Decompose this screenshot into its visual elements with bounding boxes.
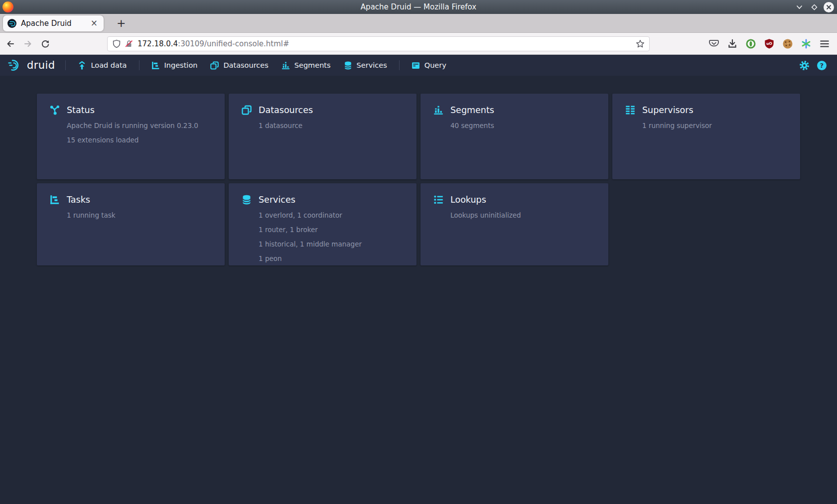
card-line: Apache Druid is running version 0.23.0 [67,122,212,129]
svg-text:uO: uO [766,41,772,46]
nav-item-load-data[interactable]: Load data [71,55,133,76]
settings-gear-icon[interactable] [799,60,810,71]
druid-logo[interactable]: druid [8,59,55,72]
card-line: 1 router, 1 broker [259,226,404,234]
nav-label: Datasources [223,61,268,69]
card-title: Status [67,105,95,115]
url-text: 172.18.0.4:30109/unified-console.html# [138,39,289,48]
tab-title: Apache Druid [21,19,89,28]
nav-item-query[interactable]: Query [405,55,453,76]
upload-icon [78,61,86,70]
properties-icon [433,195,443,205]
card-status[interactable]: Status Apache Druid is running version 0… [37,94,225,179]
card-title: Tasks [67,195,90,205]
nav-label: Services [357,61,387,69]
card-title: Services [259,195,295,205]
nav-label: Load data [91,61,127,69]
window-titlebar: Apache Druid — Mozilla Firefox [0,0,837,14]
url-bar[interactable]: 172.18.0.4:30109/unified-console.html# [107,36,650,51]
druid-favicon-icon [7,19,16,28]
minimize-icon[interactable] [794,1,805,12]
card-line: 1 running supervisor [642,122,787,129]
insecure-lock-icon[interactable] [125,39,134,48]
bar-chart-icon [281,61,290,70]
pocket-icon[interactable] [708,38,719,49]
navbar-divider [399,60,400,70]
maximize-icon[interactable] [809,1,820,12]
window-title: Apache Druid — Mozilla Firefox [361,2,476,11]
status-cards-grid: Status Apache Druid is running version 0… [0,76,837,283]
database-icon [242,195,252,205]
url-path: :30109/unified-console.html# [178,39,289,48]
browser-toolbar: 172.18.0.4:30109/unified-console.html# u… [0,33,837,55]
extension-green-icon[interactable] [745,38,756,49]
card-line: 1 peon [259,254,404,262]
druid-navbar: druid Load data Ingestion Datasources Se [0,55,837,76]
card-title: Lookups [450,195,486,205]
card-line: 1 historical, 1 middle manager [259,240,404,248]
asterisk-extension-icon[interactable] [801,38,812,49]
druid-wordmark: druid [27,59,55,71]
list-columns-icon [625,105,635,115]
card-line: Lookups uninitialized [450,211,595,219]
new-tab-button[interactable]: + [113,17,130,30]
druid-swirl-icon [8,59,23,72]
downloads-icon[interactable] [727,38,738,49]
tracking-shield-icon[interactable] [112,39,121,48]
forward-icon[interactable] [22,38,33,49]
graph-icon [50,105,60,115]
nav-label: Ingestion [164,61,198,69]
help-icon[interactable]: ? [817,60,827,71]
card-services[interactable]: Services 1 overlord, 1 coordinator 1 rou… [229,183,417,265]
navbar-divider [139,60,140,70]
card-line: 1 overlord, 1 coordinator [259,211,404,219]
stack-icon [210,61,219,70]
database-icon [344,61,352,70]
back-icon[interactable] [5,38,16,49]
console-icon [412,61,420,70]
cookie-extension-icon[interactable] [782,38,793,49]
card-line: 1 running task [67,211,212,219]
card-line: 40 segments [450,122,595,129]
nav-item-ingestion[interactable]: Ingestion [145,55,204,76]
card-lookups[interactable]: Lookups Lookups uninitialized [420,183,608,265]
card-title: Datasources [259,105,313,115]
svg-text:?: ? [820,62,824,69]
console-home: Status Apache Druid is running version 0… [0,76,837,504]
nav-label: Segments [294,61,331,69]
card-title: Segments [450,105,494,115]
window-controls [794,0,834,14]
nav-label: Query [424,61,446,69]
navbar-divider [65,60,66,70]
gantt-icon [50,195,60,205]
bar-chart-icon [433,105,443,115]
hamburger-menu-icon[interactable] [819,38,830,49]
close-icon[interactable] [824,2,834,12]
card-segments[interactable]: Segments 40 segments [420,94,608,179]
bookmark-star-icon[interactable] [636,39,645,48]
url-host: 172.18.0.4 [138,39,178,48]
nav-item-services[interactable]: Services [337,55,394,76]
tab-apache-druid[interactable]: Apache Druid × [3,15,104,31]
card-tasks[interactable]: Tasks 1 running task [37,183,225,265]
gantt-icon [151,61,160,70]
ublock-origin-icon[interactable]: uO [764,38,775,49]
nav-item-segments[interactable]: Segments [275,55,337,76]
card-title: Supervisors [642,105,694,115]
tab-bar: Apache Druid × + [0,14,837,33]
nav-item-datasources[interactable]: Datasources [204,55,275,76]
tab-close-icon[interactable]: × [89,19,99,27]
card-line: 15 extensions loaded [67,136,212,144]
stack-icon [242,105,252,115]
firefox-logo-icon [2,1,13,12]
card-line: 1 datasource [259,122,404,129]
card-supervisors[interactable]: Supervisors 1 running supervisor [612,94,800,179]
card-datasources[interactable]: Datasources 1 datasource [229,94,417,179]
reload-icon[interactable] [40,38,51,49]
